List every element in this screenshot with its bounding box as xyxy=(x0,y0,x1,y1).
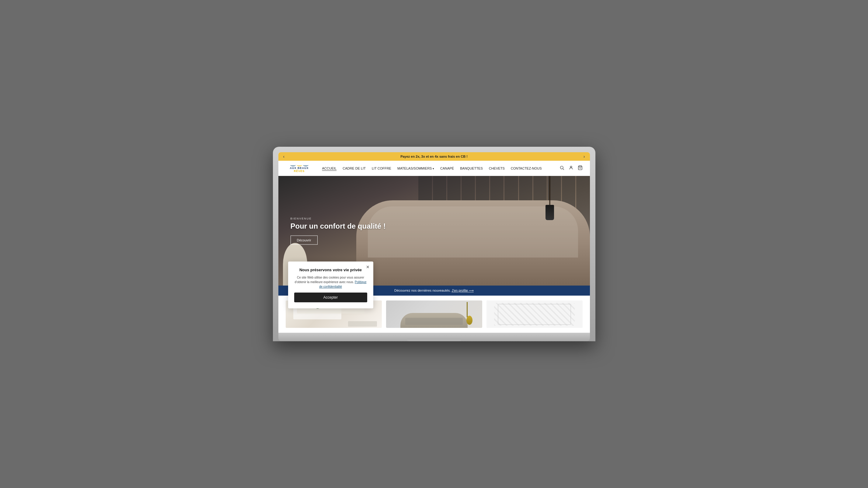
svg-point-2 xyxy=(570,166,572,167)
cookie-accept-button[interactable]: Accepter xyxy=(294,292,367,302)
search-icon[interactable] xyxy=(559,165,564,171)
logo-wave-2 xyxy=(297,164,302,166)
product-card-3[interactable] xyxy=(487,300,583,328)
promo-link[interactable]: J'en profite ⟶ xyxy=(452,289,474,292)
website: ‹ Payez en 2x, 3x et en 4x sans frais en… xyxy=(278,152,590,333)
announcement-bar: ‹ Payez en 2x, 3x et en 4x sans frais en… xyxy=(278,152,590,161)
cookie-popup: ✕ Nous préservons votre vie privée Ce si… xyxy=(288,261,373,308)
hero-title: Pour un confort de qualité ! xyxy=(290,222,386,231)
svg-line-1 xyxy=(563,169,564,170)
cart-icon[interactable] xyxy=(578,165,583,171)
logo-text: AUX BEAUXRÊVES xyxy=(290,167,309,173)
logo-waves xyxy=(290,164,309,166)
nav-accueil[interactable]: ACCUEIL xyxy=(322,167,337,170)
svg-point-0 xyxy=(560,166,563,169)
product-card-2[interactable] xyxy=(386,300,482,328)
nav-matelas[interactable]: MATELAS/SOMMIERS xyxy=(397,167,434,170)
announcement-prev-arrow[interactable]: ‹ xyxy=(283,154,285,159)
announcement-next-arrow[interactable]: › xyxy=(584,154,585,159)
announcement-text: Payez en 2x, 3x et en 4x sans frais en C… xyxy=(400,155,468,158)
logo[interactable]: AUX BEAUXRÊVES xyxy=(286,164,313,173)
nav-chevets[interactable]: CHEVETS xyxy=(489,167,505,170)
navbar: AUX BEAUXRÊVES ACCUEIL CADRE DE LIT LIT … xyxy=(278,161,590,176)
nav-banquettes[interactable]: BANQUETTES xyxy=(460,167,483,170)
cookie-title: Nous préservons votre vie privée xyxy=(294,267,367,272)
nav-cadre-de-lit[interactable]: CADRE DE LIT xyxy=(343,167,366,170)
nav-links: ACCUEIL CADRE DE LIT LIT COFFRE MATELAS/… xyxy=(322,167,559,170)
laptop-screen: ‹ Payez en 2x, 3x et en 4x sans frais en… xyxy=(278,152,590,333)
nav-icons xyxy=(559,165,583,171)
promo-text: Découvrez nos dernières nouveautés. xyxy=(394,289,451,292)
cookie-close-button[interactable]: ✕ xyxy=(366,264,370,269)
hero-couch-image xyxy=(356,200,590,286)
laptop-frame: ‹ Payez en 2x, 3x et en 4x sans frais en… xyxy=(273,147,595,342)
cookie-body: Ce site Web utilise des cookies pour vou… xyxy=(294,275,367,289)
laptop-base xyxy=(278,333,590,341)
logo-wave-1 xyxy=(290,164,296,166)
nav-lit-coffre[interactable]: LIT COFFRE xyxy=(372,167,391,170)
account-icon[interactable] xyxy=(569,165,574,171)
hero-bienvenue-label: BIENVENUE xyxy=(290,217,386,220)
logo-wave-3 xyxy=(303,164,309,166)
lamp-cord xyxy=(549,176,550,206)
nav-canape[interactable]: CANAPÉ xyxy=(440,167,454,170)
hero-content: BIENVENUE Pour un confort de qualité ! D… xyxy=(290,217,386,245)
lamp-shade xyxy=(546,205,554,220)
nav-contact[interactable]: CONTACTEZ-NOUS xyxy=(511,167,542,170)
hero-discover-button[interactable]: Découvrir xyxy=(290,236,318,245)
